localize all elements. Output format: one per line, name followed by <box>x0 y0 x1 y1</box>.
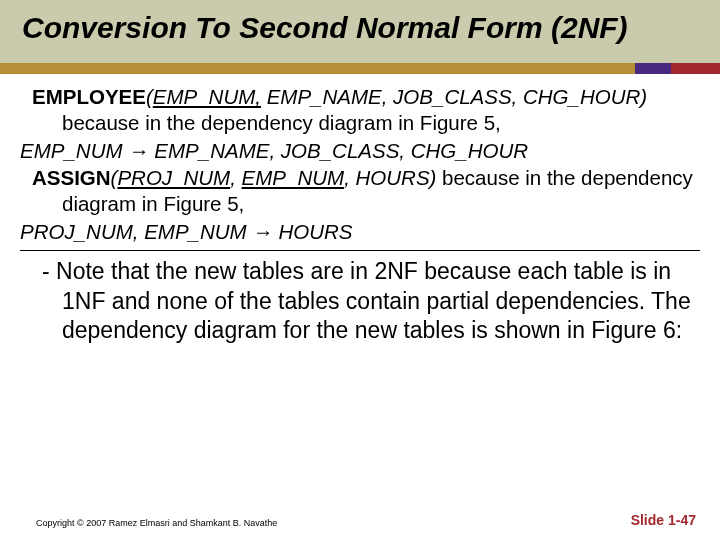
slide-number: Slide 1-47 <box>631 512 696 528</box>
arrow-icon: → <box>128 139 148 162</box>
accent-gold <box>0 63 635 74</box>
assign-sep: , <box>230 166 241 189</box>
assign-attrs: , HOURS) <box>344 166 436 189</box>
accent-bar <box>0 63 720 74</box>
assign-key1: PROJ_NUM <box>117 166 230 189</box>
accent-red <box>671 63 720 74</box>
paren-open: ( <box>146 85 153 108</box>
separator-line <box>20 250 700 251</box>
content-area: EMPLOYEE(EMP_NUM, EMP_NAME, JOB_CLASS, C… <box>0 74 720 345</box>
employee-dependency: EMP_NUM → EMP_NAME, JOB_CLASS, CHG_HOUR <box>20 138 700 164</box>
employee-relation: EMPLOYEE(EMP_NUM, EMP_NAME, JOB_CLASS, C… <box>20 84 700 135</box>
employee-key: EMP_NUM, <box>153 85 261 108</box>
copyright-text: Copyright © 2007 Ramez Elmasri and Shamk… <box>36 518 277 528</box>
emp-dep-rhs: EMP_NAME, JOB_CLASS, CHG_HOUR <box>149 139 528 162</box>
slide: Conversion To Second Normal Form (2NF) E… <box>0 0 720 540</box>
assign-key2: EMP_NUM <box>242 166 345 189</box>
employee-name: EMPLOYEE <box>32 85 146 108</box>
employee-attrs: EMP_NAME, JOB_CLASS, CHG_HOUR) <box>261 85 647 108</box>
assign-name: ASSIGN <box>32 166 111 189</box>
emp-dep-lhs: EMP_NUM <box>20 139 128 162</box>
assign-dep-lhs: PROJ_NUM, EMP_NUM <box>20 220 252 243</box>
accent-purple <box>635 63 670 74</box>
assign-dependency: PROJ_NUM, EMP_NUM → HOURS <box>20 219 700 245</box>
assign-relation: ASSIGN(PROJ_NUM, EMP_NUM, HOURS) because… <box>20 165 700 216</box>
assign-dep-rhs: HOURS <box>273 220 353 243</box>
arrow-icon-2: → <box>252 220 272 243</box>
employee-tail: because in the dependency diagram in Fig… <box>62 111 501 134</box>
note-text: - Note that the new tables are in 2NF be… <box>20 257 700 345</box>
title-region: Conversion To Second Normal Form (2NF) <box>0 0 720 63</box>
slide-title: Conversion To Second Normal Form (2NF) <box>22 10 698 45</box>
